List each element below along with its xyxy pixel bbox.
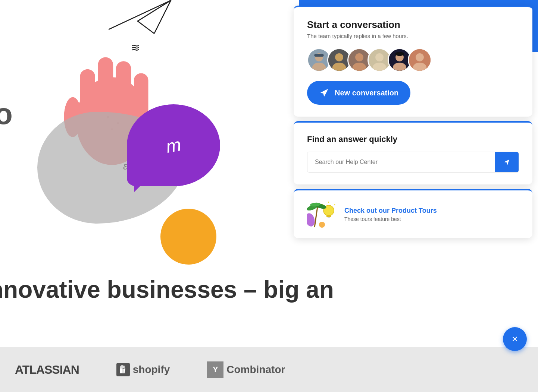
help-search-button[interactable] (495, 152, 519, 172)
help-center-card: Find an answer quickly (294, 121, 532, 184)
yc-combinator-text: Combinator (226, 364, 285, 376)
svg-rect-31 (326, 215, 331, 217)
illustration-area: ≋ ✕ ε m (0, 0, 228, 306)
logos-bar: ATLASSIAN shopify Y Combinator (0, 347, 538, 392)
purple-bubble-decoration: m (127, 104, 220, 186)
product-tours-card: Check out our Product Tours These tours … (294, 189, 532, 238)
chat-widget: Start a conversation The team typically … (294, 6, 532, 238)
help-search-input[interactable] (307, 152, 495, 172)
close-icon: × (512, 333, 518, 345)
background-zero-char: o (0, 97, 13, 131)
paper-plane-icon (104, 0, 179, 41)
shopify-icon (116, 363, 130, 376)
new-conversation-label: New conversation (335, 89, 398, 97)
svg-point-15 (335, 53, 343, 61)
yc-logo-box: Y (207, 361, 223, 378)
orange-blob-decoration (160, 209, 216, 265)
new-conversation-button[interactable]: New conversation (307, 81, 410, 105)
send-icon (319, 88, 329, 98)
close-widget-button[interactable]: × (503, 327, 527, 351)
conversation-card: Start a conversation The team typically … (294, 6, 532, 117)
team-avatars-row (307, 48, 519, 72)
svg-line-36 (315, 207, 318, 227)
svg-rect-13 (314, 54, 323, 57)
yc-letter: Y (213, 365, 218, 374)
svg-point-21 (375, 53, 384, 61)
scribble-text: m (165, 134, 183, 157)
svg-point-26 (395, 52, 404, 56)
product-tours-icon (307, 199, 337, 229)
conversation-card-subtitle: The team typically replies in a few hour… (307, 33, 519, 39)
product-tours-content: Check out our Product Tours These tours … (344, 207, 437, 222)
yc-logo: Y Combinator (207, 361, 285, 378)
background-page-text: nnovative businesses – big an (0, 276, 334, 303)
svg-point-18 (355, 53, 363, 61)
conversation-card-title: Start a conversation (307, 19, 519, 31)
help-center-title: Find an answer quickly (307, 135, 519, 144)
shopify-logo-text: shopify (133, 364, 170, 376)
search-row (307, 152, 519, 173)
svg-point-28 (416, 53, 424, 61)
svg-line-34 (334, 204, 335, 205)
avatar-6 (408, 48, 432, 72)
svg-point-41 (319, 222, 325, 228)
product-tours-description: These tours feature best (344, 216, 437, 222)
atlassian-logo-text: ATLASSIAN (15, 363, 79, 377)
shopify-logo: shopify (116, 363, 170, 376)
product-tours-link[interactable]: Check out our Product Tours (344, 207, 437, 215)
atlassian-logo: ATLASSIAN (15, 363, 79, 377)
